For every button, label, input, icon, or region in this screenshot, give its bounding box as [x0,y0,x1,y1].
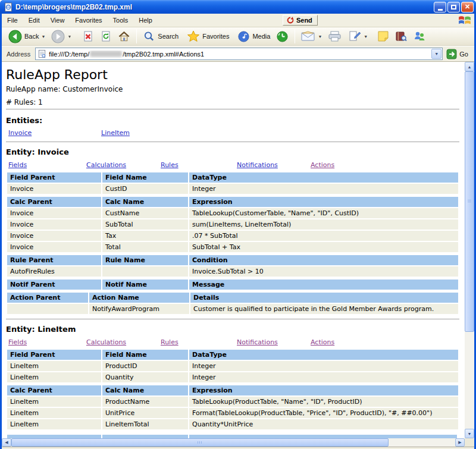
status-bar [2,447,474,449]
horizontal-scrollbar[interactable]: ◀ ▶ [2,438,465,447]
column-header: Expression [189,197,458,207]
scroll-left-button[interactable]: ◀ [2,438,11,447]
section-link-actions[interactable]: Actions [308,161,334,169]
minimize-button[interactable] [434,2,446,12]
menu-item-favorites[interactable]: Favorites [70,15,107,26]
table-cell: Invoice [7,184,101,194]
table-cell: Integer [189,372,458,382]
favorites-button[interactable]: Favorites [184,29,232,44]
note-icon [377,30,389,42]
column-header: Action Parent [7,293,88,303]
table-row: NotifyAwardProgramCustomer is qualified … [7,304,458,314]
address-value: file:///D:/temp//tmp2B02.tmp.xml#Actions… [49,51,429,58]
scroll-right-button[interactable]: ▶ [455,438,465,447]
media-button[interactable]: Media [234,29,273,44]
rules-count-line: # Rules: 1 [6,98,465,106]
divider [6,109,459,110]
section-link-notifications[interactable]: Notifications [234,338,308,346]
horizontal-scroll-track[interactable] [11,438,455,447]
scroll-up-button[interactable]: ▲ [465,62,474,71]
print-button[interactable] [325,29,345,43]
table-cell: Invoice [7,208,101,218]
history-icon [276,30,289,43]
column-header: DataType [189,172,458,183]
table-cell: Invoice.SubTotal > 10 [189,266,458,277]
mail-dropdown-icon: ▼ [318,34,322,39]
table-cell: ProductName [102,397,188,407]
forward-icon [51,30,65,43]
table-cell: Total [102,242,188,252]
research-icon [395,30,407,42]
note-button[interactable] [374,29,392,43]
section-link-rules[interactable]: Rules [158,338,234,346]
toolbar: Back ▼ ▼ Search Favorit [2,27,474,46]
address-input[interactable]: file:///D:/temp//tmp2B02.tmp.xml#Actions… [35,48,443,60]
close-button[interactable]: ✕ [461,2,474,12]
mail-button[interactable]: ▼ [298,30,325,43]
column-header: Calc Parent [7,385,101,395]
stop-button[interactable] [79,29,97,43]
favorites-label: Favorites [202,33,229,40]
table-row: InvoiceCustNameTableLookup(CustomerTable… [7,208,458,218]
column-header: Field Name [102,172,188,183]
table-cell: CustID [102,184,188,194]
edit-button[interactable]: ▼ [345,29,371,43]
vertical-scroll-thumb[interactable] [465,71,474,332]
favorites-icon [187,30,200,43]
refresh-button[interactable] [97,29,115,43]
redacted-path-segment [90,51,122,57]
research-button[interactable] [392,29,410,43]
print-icon [328,30,342,42]
section-link-notifications[interactable]: Notifications [234,161,308,169]
report-table: Action ParentAction NameDetails NotifyAw… [6,291,459,315]
vertical-scroll-track[interactable] [465,71,474,429]
menu-item-file[interactable]: File [2,15,23,26]
search-button[interactable]: Search [140,29,181,44]
send-label: Send [296,17,312,24]
table-cell: sum(LineItems, LineItemTotal) [189,219,458,230]
window-title: D:\temp\brogers\tmp2B02.tmp.xml [15,3,434,11]
section-link-calculations[interactable]: Calculations [84,338,158,346]
back-button[interactable]: Back ▼ [5,29,48,45]
section-link-actions[interactable]: Actions [308,338,334,346]
search-icon [143,30,155,43]
table-cell: Format(TableLookup(ProductTable, "Price"… [189,408,458,418]
menu-item-view[interactable]: View [45,15,70,26]
scroll-down-button[interactable]: ▼ [465,429,474,438]
history-button[interactable] [273,29,292,44]
menu-item-tools[interactable]: Tools [108,15,134,26]
section-links: FieldsCalculationsRulesNotificationsActi… [6,338,465,346]
table-cell: Quantity [102,372,188,382]
go-button[interactable]: Go [443,49,472,59]
ruleapp-name-line: RuleApp name: CustomerInvoice [6,85,465,93]
vertical-scrollbar[interactable]: ▲ ▼ [465,62,474,438]
table-cell: TableLookup(CustomerTable, "Name", "ID",… [189,208,458,218]
address-dropdown-button[interactable]: ▼ [431,49,441,59]
table-cell: LineItem [7,419,101,429]
section-link-fields[interactable]: Fields [6,338,84,346]
table-cell: SubTotal + Tax [189,242,458,252]
table-cell: .07 * SubTotal [189,231,458,241]
table-cell: LineItem [7,397,101,407]
forward-button[interactable]: ▼ [48,29,74,45]
maximize-button[interactable] [447,2,460,12]
section-link-calculations[interactable]: Calculations [84,161,158,169]
report-table: Calc ParentCalc NameExpressionInvoiceCus… [6,196,459,253]
page-icon [37,49,46,58]
horizontal-scroll-thumb[interactable] [11,438,389,447]
messenger-button[interactable] [410,29,429,43]
back-icon [8,30,22,43]
report-table: Rule ParentRule NameConditionAutoFireRul… [6,254,459,278]
browser-window: D:\temp\brogers\tmp2B02.tmp.xml ✕ FileEd… [0,0,476,449]
home-button[interactable] [115,29,133,44]
send-button[interactable]: Send [283,15,318,26]
table-cell: LineItem [7,361,101,371]
section-link-rules[interactable]: Rules [158,161,234,169]
menu-item-edit[interactable]: Edit [23,15,45,26]
menu-item-help[interactable]: Help [133,15,158,26]
section-link-fields[interactable]: Fields [6,161,84,169]
maximize-icon [451,5,456,10]
entity-link-invoice[interactable]: Invoice [6,129,99,137]
table-row: LineItemUnitPriceFormat(TableLookup(Prod… [7,408,458,418]
entity-link-lineitem[interactable]: LineItem [99,129,130,137]
